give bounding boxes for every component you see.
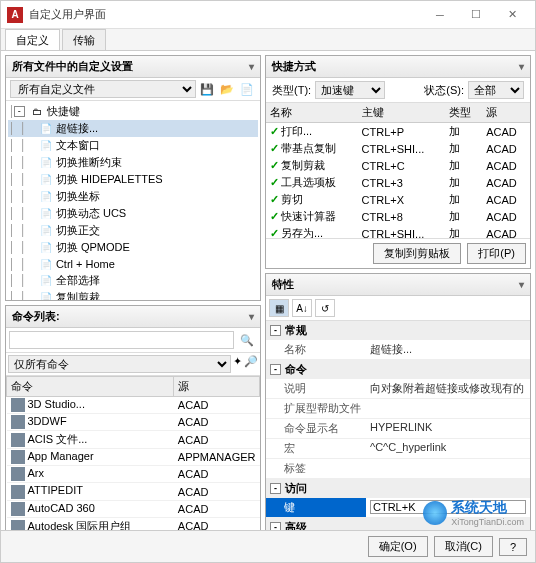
command-row[interactable]: ACIS 文件...ACAD [7, 431, 260, 449]
properties-panel: 特性 ▾ ▦ A↓ ↺ -常规名称超链接...-命令说明向对象附着超链接或修改现… [265, 273, 531, 530]
command-row[interactable]: ArxACAD [7, 466, 260, 483]
command-row[interactable]: ATTIPEDITACAD [7, 483, 260, 500]
ok-button[interactable]: 确定(O) [368, 536, 428, 557]
find-command-icon[interactable]: 🔎 [244, 355, 258, 373]
tree-node[interactable]: │ │ 📄切换坐标 [8, 188, 258, 205]
command-row[interactable]: App ManagerAPPMANAGER [7, 449, 260, 466]
command-filter-select[interactable]: 仅所有命令 [8, 355, 231, 373]
property-row[interactable]: 键 [266, 498, 530, 518]
property-row[interactable]: 标签 [266, 459, 530, 479]
col-source[interactable]: 源 [174, 377, 260, 397]
maximize-button[interactable]: ☐ [459, 4, 493, 26]
state-select[interactable]: 全部 [468, 81, 524, 99]
command-table[interactable]: 命令 源 3D Studio...ACAD3DDWFACADACIS 文件...… [6, 376, 260, 530]
property-category[interactable]: -常规 [266, 321, 530, 340]
tree-node[interactable]: │ │ 📄切换 HIDEPALETTES [8, 171, 258, 188]
titlebar: A 自定义用户界面 ─ ☐ ✕ [1, 1, 535, 29]
command-row[interactable]: 3D Studio...ACAD [7, 397, 260, 414]
type-label: 类型(T): [272, 83, 311, 98]
col-key[interactable]: 主键 [358, 103, 445, 123]
shortcut-row[interactable]: ✓带基点复制CTRL+SHI...加ACAD [266, 140, 530, 157]
tree-node[interactable]: │ │ 📄切换 QPMODE [8, 239, 258, 256]
categorized-icon[interactable]: ▦ [269, 299, 289, 317]
customizations-title: 所有文件中的自定义设置 [12, 59, 133, 74]
new-command-icon[interactable]: ✦ [233, 355, 242, 373]
tree-node[interactable]: │ │ 📄超链接... [8, 120, 258, 137]
command-search-input[interactable] [9, 331, 234, 349]
properties-grid[interactable]: -常规名称超链接...-命令说明向对象附着超链接或修改现有的扩展型帮助文件命令显… [266, 321, 530, 530]
property-category[interactable]: -访问 [266, 479, 530, 498]
tree-node[interactable]: │ │ 📄切换动态 UCS [8, 205, 258, 222]
command-row[interactable]: Autodesk 国际用户组ACAD [7, 517, 260, 530]
tree-node[interactable]: │ │ 📄文本窗口 [8, 137, 258, 154]
command-row[interactable]: AutoCAD 360ACAD [7, 500, 260, 517]
customizations-tree[interactable]: │ -🗀快捷键│ │ 📄超链接...│ │ 📄文本窗口│ │ 📄切换推断约束│ … [6, 101, 260, 300]
alphabetical-icon[interactable]: A↓ [292, 299, 312, 317]
property-value-input[interactable] [370, 500, 526, 514]
collapse-icon[interactable]: ▾ [519, 61, 524, 72]
command-row[interactable]: 3DDWFACAD [7, 414, 260, 431]
shortcut-row[interactable]: ✓打印...CTRL+P加ACAD [266, 123, 530, 141]
col-type[interactable]: 类型 [445, 103, 482, 123]
type-select[interactable]: 加速键 [315, 81, 385, 99]
open-folder-icon[interactable]: 📂 [218, 80, 236, 98]
close-button[interactable]: ✕ [495, 4, 529, 26]
tree-node[interactable]: │ │ 📄Ctrl + Home [8, 256, 258, 272]
tree-node[interactable]: │ │ 📄复制剪裁 [8, 289, 258, 300]
property-category[interactable]: -命令 [266, 360, 530, 379]
tree-node[interactable]: │ │ 📄切换正交 [8, 222, 258, 239]
col-name[interactable]: 名称 [266, 103, 358, 123]
tree-node[interactable]: │ │ 📄切换推断约束 [8, 154, 258, 171]
customizations-panel: 所有文件中的自定义设置 ▾ 所有自定义文件 💾 📂 📄 │ -🗀快捷键│ │ 📄… [5, 55, 261, 301]
tree-node[interactable]: │ │ 📄全部选择 [8, 272, 258, 289]
cui-file-select[interactable]: 所有自定义文件 [10, 80, 196, 98]
col-src[interactable]: 源 [482, 103, 530, 123]
shortcuts-table[interactable]: 名称 主键 类型 源 ✓打印...CTRL+P加ACAD✓带基点复制CTRL+S… [266, 103, 530, 238]
shortcut-row[interactable]: ✓另存为...CTRL+SHI...加ACAD [266, 225, 530, 238]
cui-window: A 自定义用户界面 ─ ☐ ✕ 自定义 传输 所有文件中的自定义设置 ▾ 所有自… [0, 0, 536, 563]
print-button[interactable]: 打印(P) [467, 243, 526, 264]
property-row[interactable]: 扩展型帮助文件 [266, 399, 530, 419]
load-icon[interactable]: 📄 [238, 80, 256, 98]
reset-icon[interactable]: ↺ [315, 299, 335, 317]
command-list-panel: 命令列表: ▾ 🔍 仅所有命令 ✦ 🔎 命令 源 [5, 305, 261, 530]
property-category[interactable]: -高级 [266, 518, 530, 530]
minimize-button[interactable]: ─ [423, 4, 457, 26]
search-icon[interactable]: 🔍 [237, 331, 257, 349]
dialog-footer: 确定(O) 取消(C) ? [1, 530, 535, 562]
property-row[interactable]: 命令显示名HYPERLINK [266, 419, 530, 439]
save-icon[interactable]: 💾 [198, 80, 216, 98]
properties-title: 特性 [272, 277, 294, 292]
collapse-icon[interactable]: ▾ [249, 311, 254, 322]
property-row[interactable]: 宏^C^C_hyperlink [266, 439, 530, 459]
app-icon: A [7, 7, 23, 23]
command-list-title: 命令列表: [12, 309, 60, 324]
collapse-icon[interactable]: ▾ [249, 61, 254, 72]
property-row[interactable]: 名称超链接... [266, 340, 530, 360]
cancel-button[interactable]: 取消(C) [434, 536, 493, 557]
tab-transfer[interactable]: 传输 [62, 29, 106, 50]
tab-customize[interactable]: 自定义 [5, 29, 60, 50]
collapse-icon[interactable]: ▾ [519, 279, 524, 290]
shortcut-row[interactable]: ✓剪切CTRL+X加ACAD [266, 191, 530, 208]
tree-node[interactable]: │ -🗀快捷键 [8, 103, 258, 120]
state-label: 状态(S): [424, 83, 464, 98]
col-command[interactable]: 命令 [7, 377, 174, 397]
shortcuts-title: 快捷方式 [272, 59, 316, 74]
shortcuts-panel: 快捷方式 ▾ 类型(T): 加速键 状态(S): 全部 名称 主键 类型 [265, 55, 531, 269]
copy-clipboard-button[interactable]: 复制到剪贴板 [373, 243, 461, 264]
shortcut-row[interactable]: ✓复制剪裁CTRL+C加ACAD [266, 157, 530, 174]
window-title: 自定义用户界面 [29, 7, 423, 22]
help-button[interactable]: ? [499, 538, 527, 556]
shortcut-row[interactable]: ✓快速计算器CTRL+8加ACAD [266, 208, 530, 225]
property-row[interactable]: 说明向对象附着超链接或修改现有的 [266, 379, 530, 399]
main-tabs: 自定义 传输 [1, 29, 535, 51]
shortcut-row[interactable]: ✓工具选项板CTRL+3加ACAD [266, 174, 530, 191]
